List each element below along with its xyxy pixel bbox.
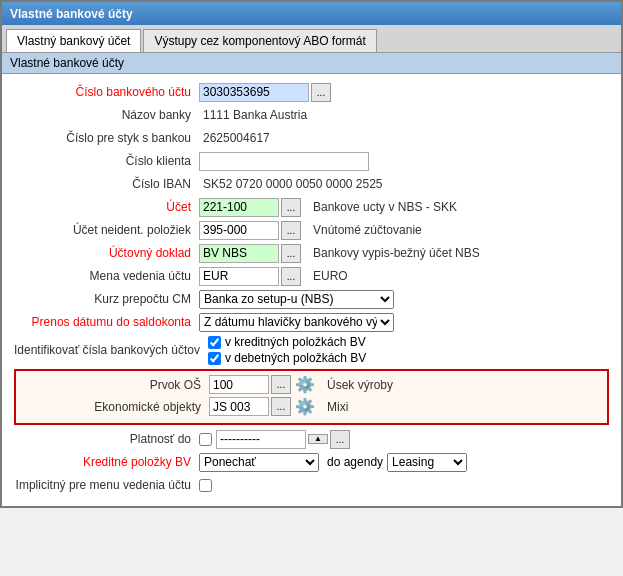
row-uctovny-doklad: Účtovný doklad ... Bankovy vypis-bežný ú… xyxy=(14,243,609,263)
mena-vedenia-input[interactable] xyxy=(199,267,279,286)
platnost-do-btn-up[interactable]: ▲ xyxy=(308,434,328,444)
kreditne-polozky-label: Kreditné položky BV xyxy=(14,455,199,469)
kurz-prepoctu-select[interactable]: Banka zo setup-u (NBS) xyxy=(199,290,394,309)
main-window: Vlastné bankové účty Vlastný bankový úče… xyxy=(0,0,623,508)
uctovny-doklad-btn[interactable]: ... xyxy=(281,244,301,263)
row-ucet-neident: Účet neident. položiek ... Vnútomé zúčto… xyxy=(14,220,609,240)
row-prvok-os: Prvok OŠ ... ⚙️ Úsek výroby xyxy=(24,375,599,394)
kreditne-polozky-select[interactable]: Ponechať xyxy=(199,453,319,472)
mena-vedenia-label: Mena vedenia účtu xyxy=(14,269,199,283)
row-ekonomicke-objekty: Ekonomické objekty ... ⚙️ Mixi xyxy=(24,397,599,416)
ucet-right: Bankove ucty v NBS - SKK xyxy=(313,200,457,214)
row-prenos-datumu: Prenos dátumu do saldokonta Z dátumu hla… xyxy=(14,312,609,332)
platnost-do-label: Platnosť do xyxy=(14,432,199,446)
nazov-banky-label: Názov banky xyxy=(14,108,199,122)
row-cislo-pre-styk: Číslo pre styk s bankou 2625004617 xyxy=(14,128,609,148)
cislo-iban-label: Číslo IBAN xyxy=(14,177,199,191)
prvok-os-input[interactable] xyxy=(209,375,269,394)
row-kurz-prepoctu: Kurz prepočtu CM Banka zo setup-u (NBS) xyxy=(14,289,609,309)
agenda-select[interactable]: Leasing xyxy=(387,453,467,472)
implicitny-label: Implicitný pre menu vedenia účtu xyxy=(14,478,199,492)
cislo-pre-styk-value: 2625004617 xyxy=(199,131,270,145)
prenos-datumu-select[interactable]: Z dátumu hlavičky bankového výpis xyxy=(199,313,394,332)
cislo-klienta-label: Číslo klienta xyxy=(14,154,199,168)
window-title: Vlastné bankové účty xyxy=(10,7,133,21)
ucet-neident-label: Účet neident. položiek xyxy=(14,223,199,237)
cislo-bankoveho-uctu-label: Číslo bankového účtu xyxy=(14,85,199,99)
ucet-neident-btn[interactable]: ... xyxy=(281,221,301,240)
check-kreditne-label: v kreditných položkách BV xyxy=(225,335,366,349)
highlight-section: Prvok OŠ ... ⚙️ Úsek výroby Ekonomické o… xyxy=(14,369,609,425)
check-debetne-label: v debetných položkách BV xyxy=(225,351,366,365)
ucet-input[interactable] xyxy=(199,198,279,217)
row-cislo-klienta: Číslo klienta xyxy=(14,151,609,171)
cislo-bankoveho-uctu-input[interactable] xyxy=(199,83,309,102)
platnost-do-input[interactable] xyxy=(216,430,306,449)
ucet-neident-right: Vnútomé zúčtovanie xyxy=(313,223,422,237)
ekonomicke-objekty-input[interactable] xyxy=(209,397,269,416)
uctovny-doklad-label: Účtovný doklad xyxy=(14,246,199,260)
row-platnost-do: Platnosť do ▲ ... xyxy=(14,429,609,449)
ekonomicke-objekty-right: Mixi xyxy=(327,400,348,414)
implicitny-check[interactable] xyxy=(199,479,212,492)
do-agendy-label: do agendy xyxy=(327,455,383,469)
row-kreditne-polozky: Kreditné položky BV Ponechať do agendy L… xyxy=(14,452,609,472)
row-implicitny: Implicitný pre menu vedenia účtu xyxy=(14,475,609,495)
form-content: Číslo bankového účtu ... Názov banky 111… xyxy=(2,74,621,506)
cislo-klienta-input[interactable] xyxy=(199,152,369,171)
tab-vlastny-bankovy-ucet[interactable]: Vlastný bankový účet xyxy=(6,29,141,52)
check-kreditne[interactable] xyxy=(208,336,221,349)
tab-bar: Vlastný bankový účet Výstupy cez kompone… xyxy=(2,25,621,53)
row-mena-vedenia: Mena vedenia účtu ... EURO xyxy=(14,266,609,286)
ucet-label: Účet xyxy=(14,200,199,214)
row-ucet: Účet ... Bankove ucty v NBS - SKK xyxy=(14,197,609,217)
nazov-banky-value: 1111 Banka Austria xyxy=(199,108,307,122)
platnost-do-check[interactable] xyxy=(199,433,212,446)
ekonomicke-objekty-btn[interactable]: ... xyxy=(271,397,291,416)
ucet-btn[interactable]: ... xyxy=(281,198,301,217)
ekonomicke-objekty-label: Ekonomické objekty xyxy=(24,400,209,414)
prenos-datumu-label: Prenos dátumu do saldokonta xyxy=(14,315,199,329)
prvok-os-gear-icon: ⚙️ xyxy=(295,375,315,394)
cislo-iban-value: SK52 0720 0000 0050 0000 2525 xyxy=(199,177,383,191)
section-header: Vlastné bankové účty xyxy=(2,53,621,74)
identifikovat-label: Identifikovať čísla bankových účtov xyxy=(14,343,208,357)
cislo-pre-styk-label: Číslo pre styk s bankou xyxy=(14,131,199,145)
tab-vystupy[interactable]: Výstupy cez komponentový ABO formát xyxy=(143,29,376,52)
row-cislo-bankoveho-uctu: Číslo bankového účtu ... xyxy=(14,82,609,102)
uctovny-doklad-right: Bankovy vypis-bežný účet NBS xyxy=(313,246,480,260)
ucet-neident-input[interactable] xyxy=(199,221,279,240)
platnost-do-btn-dots[interactable]: ... xyxy=(330,430,350,449)
prvok-os-right: Úsek výroby xyxy=(327,378,393,392)
row-identifikovat: Identifikovať čísla bankových účtov v kr… xyxy=(14,335,609,365)
cislo-bankoveho-uctu-btn[interactable]: ... xyxy=(311,83,331,102)
row-nazov-banky: Názov banky 1111 Banka Austria xyxy=(14,105,609,125)
mena-vedenia-right: EURO xyxy=(313,269,348,283)
prvok-os-label: Prvok OŠ xyxy=(24,378,209,392)
row-cislo-iban: Číslo IBAN SK52 0720 0000 0050 0000 2525 xyxy=(14,174,609,194)
ekonomicke-objekty-gear-icon: ⚙️ xyxy=(295,397,315,416)
uctovny-doklad-input[interactable] xyxy=(199,244,279,263)
prvok-os-btn[interactable]: ... xyxy=(271,375,291,394)
check-debetne[interactable] xyxy=(208,352,221,365)
kurz-prepoctu-label: Kurz prepočtu CM xyxy=(14,292,199,306)
title-bar: Vlastné bankové účty xyxy=(2,2,621,25)
mena-vedenia-btn[interactable]: ... xyxy=(281,267,301,286)
